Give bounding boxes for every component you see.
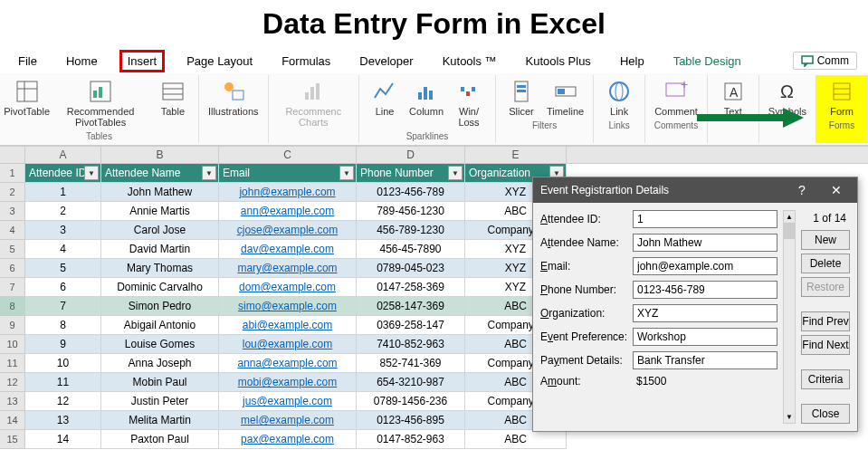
cell-email[interactable]: pax@example.com: [219, 430, 357, 449]
cell-email[interactable]: simo@example.com: [219, 297, 357, 316]
cell-phone[interactable]: 789-456-1230: [357, 202, 465, 221]
cell-phone[interactable]: 852-741-369: [357, 354, 465, 373]
find-prev-button[interactable]: Find Prev: [801, 311, 850, 331]
cell-phone[interactable]: 0258-147-369: [357, 297, 465, 316]
tab-home[interactable]: Home: [59, 51, 105, 72]
tab-formulas[interactable]: Formulas: [274, 51, 338, 72]
cell-phone[interactable]: 0147-258-369: [357, 278, 465, 297]
tab-file[interactable]: File: [11, 51, 44, 72]
cell-email[interactable]: mobi@example.com: [219, 373, 357, 392]
cell-email[interactable]: lou@example.com: [219, 335, 357, 354]
form-input-0[interactable]: [633, 210, 777, 228]
cell-name[interactable]: Louise Gomes: [101, 335, 219, 354]
cell-name[interactable]: Justin Peter: [101, 392, 219, 411]
cell-phone[interactable]: 0123-456-895: [357, 411, 465, 430]
timeline-button[interactable]: Timeline: [543, 77, 587, 119]
cell-name[interactable]: Carol Jose: [101, 221, 219, 240]
sparkline-line-button[interactable]: Line: [365, 77, 405, 129]
cell-phone[interactable]: 456-45-7890: [357, 240, 465, 259]
pivottable-button[interactable]: PivotTable: [5, 77, 48, 129]
cell-id[interactable]: 2: [25, 202, 101, 221]
cell-email[interactable]: mel@example.com: [219, 411, 357, 430]
cell-name[interactable]: Paxton Paul: [101, 430, 219, 449]
table-header-1[interactable]: Attendee Name▼: [101, 164, 219, 183]
comments-button[interactable]: Comm: [793, 52, 857, 70]
sparkline-winloss-button[interactable]: Win/ Loss: [448, 77, 490, 129]
cell-phone[interactable]: 0123-456-789: [357, 183, 465, 202]
row-header-15[interactable]: 15: [0, 430, 25, 449]
col-header-D[interactable]: D: [357, 147, 465, 163]
cell-phone[interactable]: 456-789-1230: [357, 221, 465, 240]
cell-phone[interactable]: 654-3210-987: [357, 373, 465, 392]
row-header-1[interactable]: 1: [0, 164, 25, 183]
close-icon[interactable]: ✕: [823, 183, 850, 197]
cell-name[interactable]: Mary Thomas: [101, 259, 219, 278]
cell-name[interactable]: Melita Martin: [101, 411, 219, 430]
cell-email[interactable]: abi@example.com: [219, 316, 357, 335]
recommended-pivottables-button[interactable]: Recommended PivotTables: [50, 77, 151, 129]
tab-kutools-plus[interactable]: Kutools Plus: [519, 51, 598, 72]
close-button[interactable]: Close: [801, 404, 850, 424]
select-all-corner[interactable]: [0, 147, 25, 163]
col-header-B[interactable]: B: [101, 147, 219, 163]
cell-name[interactable]: Anna Joseph: [101, 354, 219, 373]
filter-dropdown-icon[interactable]: ▼: [339, 166, 354, 180]
tab-help[interactable]: Help: [613, 51, 652, 72]
cell-id[interactable]: 5: [25, 259, 101, 278]
row-header-10[interactable]: 10: [0, 335, 25, 354]
cell-name[interactable]: Mobin Paul: [101, 373, 219, 392]
cell-id[interactable]: 11: [25, 373, 101, 392]
row-header-3[interactable]: 3: [0, 202, 25, 221]
row-header-13[interactable]: 13: [0, 392, 25, 411]
filter-dropdown-icon[interactable]: ▼: [84, 166, 99, 180]
scroll-up-icon[interactable]: ▲: [786, 213, 793, 221]
tab-insert[interactable]: Insert: [119, 50, 166, 72]
row-header-5[interactable]: 5: [0, 240, 25, 259]
link-button[interactable]: Link: [599, 77, 639, 119]
form-input-5[interactable]: [633, 328, 777, 346]
table-header-2[interactable]: Email▼: [219, 164, 357, 183]
row-header-12[interactable]: 12: [0, 373, 25, 392]
form-input-1[interactable]: [633, 234, 777, 252]
comment-button[interactable]: +Comment: [651, 77, 701, 119]
tab-kutools[interactable]: Kutools ™: [435, 51, 504, 72]
row-header-4[interactable]: 4: [0, 221, 25, 240]
cell-id[interactable]: 12: [25, 392, 101, 411]
table-button[interactable]: Table: [153, 77, 193, 129]
row-header-11[interactable]: 11: [0, 354, 25, 373]
cell-id[interactable]: 10: [25, 354, 101, 373]
cell-name[interactable]: Abigail Antonio: [101, 316, 219, 335]
cell-id[interactable]: 7: [25, 297, 101, 316]
cell-email[interactable]: dav@example.com: [219, 240, 357, 259]
cell-id[interactable]: 14: [25, 430, 101, 449]
row-header-14[interactable]: 14: [0, 411, 25, 430]
cell-phone[interactable]: 0789-045-023: [357, 259, 465, 278]
col-header-A[interactable]: A: [25, 147, 101, 163]
cell-name[interactable]: Annie Martis: [101, 202, 219, 221]
cell-name[interactable]: Simon Pedro: [101, 297, 219, 316]
cell-phone[interactable]: 0147-852-963: [357, 430, 465, 449]
slicer-button[interactable]: Slicer: [501, 77, 541, 119]
dialog-titlebar[interactable]: Event Registrartion Details ? ✕: [533, 177, 857, 203]
tab-page-layout[interactable]: Page Layout: [179, 51, 260, 72]
col-header-E[interactable]: E: [465, 147, 567, 163]
cell-name[interactable]: John Mathew: [101, 183, 219, 202]
cell-id[interactable]: 6: [25, 278, 101, 297]
cell-phone[interactable]: 0369-258-147: [357, 316, 465, 335]
tab-table-design[interactable]: Table Design: [666, 51, 749, 72]
tab-developer[interactable]: Developer: [352, 51, 420, 72]
cell-id[interactable]: 3: [25, 221, 101, 240]
cell-id[interactable]: 9: [25, 335, 101, 354]
filter-dropdown-icon[interactable]: ▼: [202, 166, 216, 180]
cell-id[interactable]: 13: [25, 411, 101, 430]
table-header-0[interactable]: Attendee ID▼: [25, 164, 101, 183]
cell-email[interactable]: john@example.com: [219, 183, 357, 202]
cell-name[interactable]: Dominic Carvalho: [101, 278, 219, 297]
form-input-6[interactable]: [633, 351, 777, 369]
cell-id[interactable]: 4: [25, 240, 101, 259]
table-header-3[interactable]: Phone Number▼: [357, 164, 465, 183]
filter-dropdown-icon[interactable]: ▼: [448, 166, 463, 180]
row-header-6[interactable]: 6: [0, 259, 25, 278]
cell-phone[interactable]: 7410-852-963: [357, 335, 465, 354]
cell-email[interactable]: cjose@example.com: [219, 221, 357, 240]
